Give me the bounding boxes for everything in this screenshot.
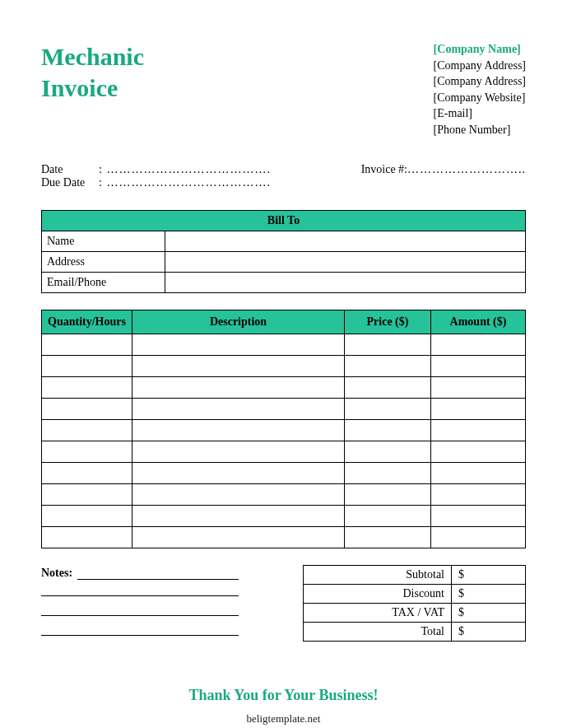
company-address-2: [Company Address] bbox=[434, 73, 526, 90]
bill-to-header: Bill To bbox=[42, 210, 526, 231]
subtotal-value: $ bbox=[452, 565, 526, 584]
table-row bbox=[42, 376, 526, 398]
tax-value: $ bbox=[452, 603, 526, 622]
notes-label: Notes: bbox=[41, 567, 72, 580]
invoice-number-label: Invoice #: bbox=[361, 163, 407, 175]
bill-to-email-value bbox=[165, 272, 526, 292]
notes-line bbox=[41, 600, 239, 616]
tax-label: TAX / VAT bbox=[304, 603, 452, 622]
table-row bbox=[42, 355, 526, 376]
table-row bbox=[42, 334, 526, 355]
bill-to-name-value bbox=[165, 231, 526, 251]
title-line-2: Invoice bbox=[41, 72, 144, 104]
company-website: [Company Website] bbox=[434, 90, 526, 106]
table-row bbox=[42, 526, 526, 548]
col-header-quantity: Quantity/Hours bbox=[42, 310, 132, 334]
notes-line bbox=[41, 580, 239, 596]
items-table: Quantity/Hours Description Price ($) Amo… bbox=[41, 310, 526, 548]
notes-line bbox=[41, 619, 239, 636]
table-row bbox=[42, 419, 526, 441]
discount-label: Discount bbox=[304, 584, 452, 603]
discount-value: $ bbox=[452, 584, 526, 603]
footer-text: beligtemplate.net bbox=[41, 712, 526, 726]
totals-table: Subtotal $ Discount $ TAX / VAT $ Total … bbox=[303, 565, 526, 642]
thank-you-message: Thank You for Your Business! bbox=[41, 687, 526, 704]
title-line-1: Mechanic bbox=[41, 41, 144, 72]
invoice-title: Mechanic Invoice bbox=[41, 41, 144, 138]
col-header-description: Description bbox=[132, 310, 345, 334]
due-date-value: : …………………………………. bbox=[99, 176, 271, 189]
company-address-1: [Company Address] bbox=[434, 58, 526, 74]
date-value: : …………………………………. bbox=[99, 163, 271, 176]
notes-line bbox=[77, 565, 239, 580]
bill-to-address-label: Address bbox=[42, 251, 165, 272]
total-value: $ bbox=[452, 622, 526, 641]
subtotal-label: Subtotal bbox=[304, 565, 452, 584]
table-row bbox=[42, 505, 526, 526]
col-header-price: Price ($) bbox=[345, 310, 431, 334]
bill-to-name-label: Name bbox=[42, 231, 165, 251]
company-email: [E-mail] bbox=[434, 105, 526, 122]
invoice-number-value: ……………………….. bbox=[407, 163, 526, 175]
table-row bbox=[42, 483, 526, 505]
company-name: [Company Name] bbox=[434, 41, 526, 58]
date-label: Date bbox=[41, 163, 99, 176]
table-row bbox=[42, 398, 526, 419]
table-row bbox=[42, 462, 526, 483]
total-label: Total bbox=[304, 622, 452, 641]
due-date-label: Due Date bbox=[41, 176, 99, 189]
notes-block: Notes: bbox=[41, 565, 239, 639]
company-block: [Company Name] [Company Address] [Compan… bbox=[434, 41, 526, 138]
table-row bbox=[42, 441, 526, 462]
bill-to-address-value bbox=[165, 251, 526, 272]
company-phone: [Phone Number] bbox=[434, 122, 526, 138]
bill-to-email-label: Email/Phone bbox=[42, 272, 165, 292]
col-header-amount: Amount ($) bbox=[431, 310, 526, 334]
bill-to-table: Bill To Name Address Email/Phone bbox=[41, 210, 526, 293]
